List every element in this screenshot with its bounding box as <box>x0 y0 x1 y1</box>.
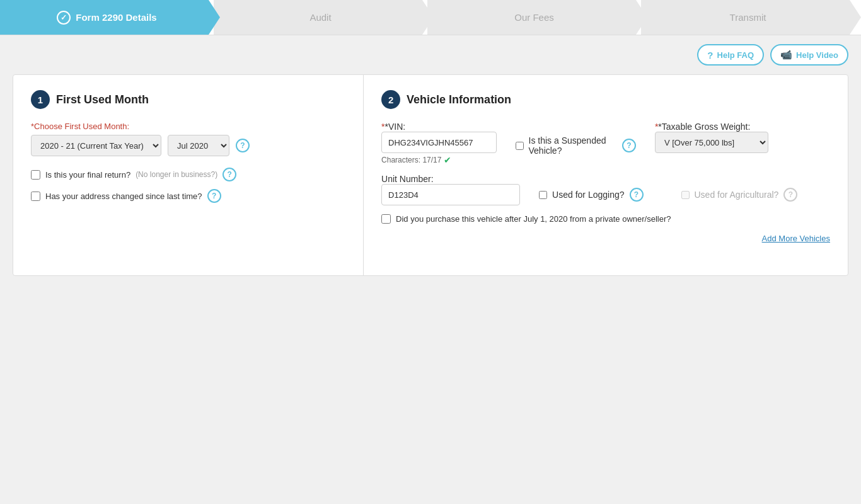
section2-title: 2 Vehicle Information <box>381 90 830 109</box>
vin-input[interactable] <box>381 132 496 153</box>
purchase-checkbox[interactable] <box>381 214 391 224</box>
purchase-label: Did you purchase this vehicle after July… <box>396 214 671 224</box>
help-video-label: Help Video <box>796 50 838 60</box>
purchase-row: Did you purchase this vehicle after July… <box>381 214 830 224</box>
suspended-checkbox[interactable] <box>516 142 524 150</box>
video-icon: 📹 <box>780 49 792 60</box>
month-selects-row: 2020 - 21 (Current Tax Year) Jul 2020 Au… <box>31 135 345 156</box>
tax-year-select[interactable]: 2020 - 21 (Current Tax Year) <box>31 135 161 156</box>
suspended-group: Is this a Suspended Vehicle? ? <box>516 122 636 156</box>
step-check-icon: ✓ <box>57 11 71 25</box>
help-faq-label: Help FAQ <box>717 50 754 60</box>
month-select[interactable]: Jul 2020 Aug 2020 Sep 2020 Oct 2020 Nov … <box>168 135 229 156</box>
address-changed-help-icon[interactable]: ? <box>207 189 221 203</box>
final-return-label: Is this your final return? <box>45 170 130 180</box>
wizard-step-form-2290[interactable]: ✓ Form 2290 Details <box>0 0 220 35</box>
unit-number-input[interactable] <box>381 184 520 205</box>
address-changed-label: Has your address changed since last time… <box>45 192 202 201</box>
taxable-weight-select[interactable]: V [Over 75,000 lbs] A [55,000 lbs] B [57… <box>655 132 768 153</box>
vin-valid-icon: ✔ <box>444 155 451 165</box>
final-return-row: Is this your final return? (No longer in… <box>31 168 345 181</box>
taxable-weight-label: **Taxable Gross Weight: <box>655 122 750 132</box>
address-changed-checkbox[interactable] <box>31 192 40 201</box>
form-card: 1 First Used Month *Choose First Used Mo… <box>13 74 848 276</box>
help-video-button[interactable]: 📹 Help Video <box>770 44 848 66</box>
vin-label-text: *VIN: <box>385 122 406 132</box>
wizard-step-our-fees-label: Our Fees <box>514 12 554 23</box>
taxable-weight-group: **Taxable Gross Weight: V [Over 75,000 l… <box>655 122 830 153</box>
section1-number: 1 <box>31 90 50 109</box>
section2-heading: Vehicle Information <box>407 93 511 106</box>
taxable-weight-label-text: *Taxable Gross Weight: <box>658 122 750 132</box>
agricultural-group: Used for Agricultural? ? <box>681 174 798 202</box>
vin-group: **VIN: Characters: 17/17 ✔ <box>381 122 496 165</box>
agricultural-label: Used for Agricultural? <box>695 190 779 200</box>
help-faq-button[interactable]: ? Help FAQ <box>697 44 764 66</box>
wizard-step-audit-label: Audit <box>309 12 331 23</box>
wizard-bar: ✓ Form 2290 Details Audit Our Fees Trans… <box>0 0 861 35</box>
add-more-vehicles-row: Add More Vehicles <box>381 234 830 243</box>
section2-panel: 2 Vehicle Information **VIN: Characters:… <box>364 75 848 275</box>
suspended-help-icon[interactable]: ? <box>622 139 636 152</box>
logging-checkbox[interactable] <box>539 191 547 199</box>
vin-label: **VIN: <box>381 122 405 132</box>
wizard-step-our-fees[interactable]: Our Fees <box>427 0 647 35</box>
wizard-step-transmit[interactable]: Transmit <box>641 0 861 35</box>
final-return-help-icon[interactable]: ? <box>222 168 236 181</box>
unit-number-group: Unit Number: <box>381 174 520 205</box>
final-return-note: (No longer in business?) <box>136 170 217 179</box>
agricultural-help-icon: ? <box>783 188 797 202</box>
section1-heading: First Used Month <box>56 93 149 106</box>
month-help-icon[interactable]: ? <box>236 139 250 152</box>
suspended-label: Is this a Suspended Vehicle? <box>529 135 617 156</box>
address-changed-row: Has your address changed since last time… <box>31 189 345 203</box>
main-content: 1 First Used Month *Choose First Used Mo… <box>0 74 861 289</box>
section1-panel: 1 First Used Month *Choose First Used Mo… <box>13 75 364 275</box>
final-return-checkbox[interactable] <box>31 170 40 180</box>
choose-month-label: *Choose First Used Month: <box>31 122 345 131</box>
agricultural-checkbox <box>681 191 690 199</box>
logging-label: Used for Logging? <box>552 190 624 200</box>
section1-title: 1 First Used Month <box>31 90 345 109</box>
logging-help-icon[interactable]: ? <box>630 188 644 202</box>
logging-group: Used for Logging? ? <box>539 174 643 202</box>
section2-number: 2 <box>381 90 400 109</box>
wizard-step-transmit-label: Transmit <box>730 12 766 23</box>
add-more-vehicles-link[interactable]: Add More Vehicles <box>762 234 830 243</box>
wizard-step-audit[interactable]: Audit <box>214 0 434 35</box>
wizard-step-form-2290-label: Form 2290 Details <box>76 12 156 23</box>
char-count-text: Characters: 17/17 <box>381 156 441 164</box>
char-count: Characters: 17/17 ✔ <box>381 155 496 165</box>
question-icon: ? <box>707 50 713 60</box>
unit-number-label: Unit Number: <box>381 174 433 184</box>
help-bar: ? Help FAQ 📹 Help Video <box>0 35 861 74</box>
